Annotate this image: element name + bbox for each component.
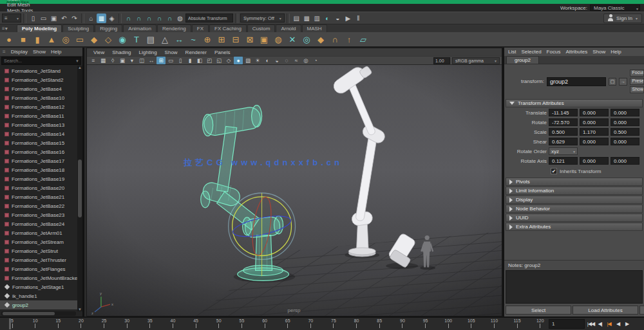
scrollbar-thumb[interactable] (3, 312, 55, 315)
attribute-editor-button[interactable]: Select (506, 306, 571, 315)
outliner-item[interactable]: ik_handle1 (0, 291, 77, 300)
menu-set-selector[interactable]: ≡ ▾ (2, 14, 21, 23)
render-toolbar-icon[interactable]: ‖ (354, 14, 363, 23)
viewport-toolbar-icon[interactable]: ▦ (99, 57, 108, 64)
attribute-z-field[interactable] (611, 138, 639, 145)
viewport-menu-item[interactable]: Lighting (135, 50, 161, 55)
toolbar-separator[interactable] (23, 14, 26, 23)
outliner-item[interactable]: Formations_JetBase19 (0, 174, 77, 183)
outliner-item[interactable]: Formations_JetBase16 (0, 147, 77, 156)
attribute-editor-button[interactable]: Load Attributes (573, 306, 638, 315)
shelf-tool-icon[interactable]: ▣ (258, 33, 270, 46)
shelf-tool-icon[interactable]: ◉ (116, 33, 129, 46)
viewport-toolbar-icon[interactable]: ◊ (108, 57, 117, 64)
attribute-editor-menu-item[interactable]: List (508, 49, 516, 55)
viewport-toolbar-icon[interactable]: ◎ (301, 57, 310, 64)
outliner-item[interactable]: Formations_JetBase20 (0, 183, 77, 192)
shelf-tool-icon[interactable]: ● (3, 33, 15, 46)
snap-icon[interactable]: ∩ (155, 14, 164, 23)
outliner-item[interactable]: Formations_JetBase23 (0, 210, 77, 219)
outliner-item[interactable]: Formations_JetBase14 (0, 129, 77, 138)
shelf-tool-icon[interactable]: ▱ (357, 33, 370, 46)
shelf-tool-icon[interactable]: ⊕ (201, 33, 214, 46)
file-toolbar-icon[interactable]: ▣ (49, 14, 59, 23)
snap-icon[interactable]: ∩ (134, 14, 144, 23)
outliner-item[interactable]: Formations_JetBase15 (0, 138, 77, 147)
selection-mode-icon[interactable]: ◈ (107, 14, 117, 23)
render-toolbar-icon[interactable]: ▶ (343, 14, 353, 23)
shelf-tab[interactable]: Rigging (95, 24, 122, 32)
viewport-toolbar-icon[interactable]: ▮ (185, 57, 194, 64)
shelf-tool-icon[interactable]: ▭ (73, 33, 86, 46)
attribute-editor-button[interactable]: Copy Tab (639, 306, 644, 315)
section-header-transform[interactable]: Transform Attributes (506, 99, 643, 107)
toolbar-separator[interactable] (81, 14, 84, 23)
shelf-tab[interactable]: FX (192, 24, 209, 32)
attribute-z-field[interactable] (611, 109, 639, 116)
outliner-item[interactable]: Formations_JetBase10 (0, 93, 77, 102)
snap-icon[interactable]: ◍ (175, 14, 185, 23)
collapsed-section-header[interactable]: Pivots (506, 178, 643, 186)
outliner-item[interactable]: Formations_JetBase13 (0, 120, 77, 129)
workspace-dropdown[interactable]: Maya Classic ▾ (590, 5, 640, 11)
shelf-tool-icon[interactable]: ⊟ (229, 33, 242, 46)
collapsed-section-header[interactable]: Extra Attributes (506, 223, 643, 231)
shelf-tool-icon[interactable]: ∩ (328, 33, 341, 46)
outliner-item[interactable]: Formations_JetBase22 (0, 201, 77, 210)
shelf-tool-icon[interactable]: △ (158, 33, 171, 46)
outliner-item[interactable]: Formations_JetStand (0, 66, 77, 75)
presets-button[interactable]: Presets (630, 78, 644, 85)
file-toolbar-icon[interactable]: ↶ (59, 14, 69, 23)
notes-textarea[interactable] (506, 270, 643, 304)
rotate-axis-y-field[interactable] (580, 157, 609, 165)
node-tab[interactable]: group2 (506, 56, 539, 64)
search-input[interactable] (2, 59, 75, 63)
viewport-toolbar-icon[interactable]: ◰ (205, 57, 214, 64)
focus-arrow-icon[interactable]: → (619, 78, 627, 86)
selection-mode-icon[interactable]: ▦ (97, 14, 106, 23)
inherits-transform-checkbox[interactable]: ✔ (551, 168, 557, 174)
attribute-y-field[interactable] (580, 118, 609, 126)
attribute-editor-menu-item[interactable]: Selected (521, 49, 541, 55)
viewport-menu-item[interactable]: Show (161, 50, 182, 55)
transport-button[interactable]: ◀| (596, 319, 604, 329)
outliner-item[interactable]: Formations_JetStrut (0, 246, 77, 255)
viewport-toolbar-icon[interactable]: ● (234, 57, 243, 64)
viewport-toolbar-icon[interactable]: ◇ (224, 57, 233, 64)
timeline-track[interactable]: 5 10 15 20 25 30 35 (0, 318, 549, 330)
attribute-x-field[interactable] (549, 138, 578, 145)
toolbar-separator[interactable] (235, 14, 238, 23)
shelf-tab[interactable]: Rendering (157, 24, 191, 32)
attribute-z-field[interactable] (611, 128, 639, 136)
outliner-item[interactable]: Formations_JetThruster (0, 255, 77, 264)
attribute-editor-menu-item[interactable]: Focus (547, 49, 561, 55)
collapsed-section-header[interactable]: Limit Information (506, 187, 643, 195)
render-toolbar-icon[interactable]: ▦ (302, 14, 312, 23)
render-toolbar-icon[interactable]: ▤ (292, 14, 301, 23)
rotate-order-dropdown[interactable]: xyz ▾ (549, 147, 578, 155)
current-frame-field[interactable] (549, 319, 585, 329)
outliner-item[interactable]: Formations_JetStand2 (0, 75, 77, 84)
collapsed-section-header[interactable]: Display (506, 196, 643, 204)
scrollbar-thumb[interactable] (78, 160, 82, 217)
show-hide-button[interactable]: Show (630, 86, 644, 93)
shelf-tool-icon[interactable]: ◎ (300, 33, 313, 46)
attribute-x-field[interactable] (549, 109, 578, 116)
viewport-toolbar-icon[interactable]: ◐ (263, 57, 272, 64)
shelf-tool-icon[interactable]: ◆ (88, 33, 100, 46)
viewport-toolbar-icon[interactable]: ◧ (195, 57, 204, 64)
viewport-toolbar-icon[interactable]: ▾ (128, 57, 137, 64)
shelf-tool-icon[interactable]: ⊞ (215, 33, 228, 46)
render-toolbar-icon[interactable]: ◐ (323, 14, 332, 23)
outliner-menu-item[interactable]: Show (33, 49, 46, 55)
attribute-editor-menu-item[interactable]: Attributes (565, 49, 587, 55)
outliner-item[interactable]: Formations_JetMountBrackets (0, 273, 77, 282)
shelf-tool-icon[interactable]: ◆ (314, 33, 327, 46)
outliner-item[interactable]: Formations_JetBase4 (0, 84, 77, 93)
shelf-tool-icon[interactable]: ▮ (31, 33, 44, 46)
viewport-toolbar-icon[interactable]: ☀ (253, 57, 262, 64)
viewport-toolbar-icon[interactable]: ▭ (166, 57, 175, 64)
file-toolbar-icon[interactable]: ▭ (39, 14, 48, 23)
toolbar-separator[interactable] (118, 14, 122, 23)
shelf-tool-icon[interactable]: ◍ (272, 33, 285, 46)
